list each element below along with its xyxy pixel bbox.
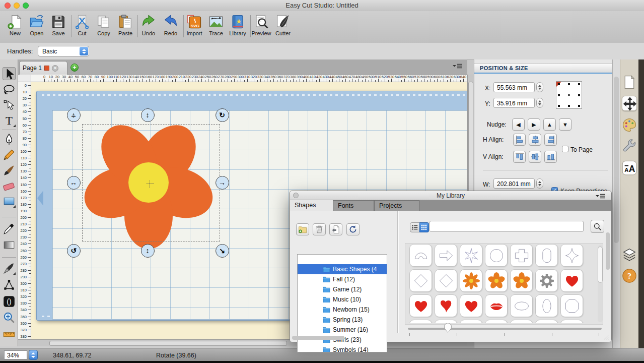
- shape-heart[interactable]: [460, 294, 482, 317]
- cutter-button[interactable]: Cutter: [272, 14, 294, 41]
- tab-projects[interactable]: Projects: [374, 200, 419, 211]
- panel-header[interactable]: POSITION & SIZE: [474, 63, 612, 74]
- polygon-tool[interactable]: [3, 279, 16, 292]
- zoom-level-field[interactable]: 34%: [4, 350, 27, 359]
- folder-item[interactable]: Newborn (15): [298, 305, 387, 315]
- trace-button[interactable]: Trace: [205, 14, 227, 41]
- help-panel-button[interactable]: ?: [622, 268, 637, 283]
- thumbnail-size-slider[interactable]: [408, 328, 602, 330]
- eraser-tool[interactable]: [3, 179, 16, 193]
- w-stepper[interactable]: [536, 178, 543, 189]
- shape-blank[interactable]: [485, 320, 508, 323]
- folder-item[interactable]: Basic Shapes (4: [298, 264, 387, 274]
- open-button[interactable]: Open: [26, 14, 48, 41]
- shape-star4[interactable]: [560, 244, 583, 267]
- shape-blank[interactable]: [560, 320, 583, 323]
- shape-diamond[interactable]: [409, 269, 432, 292]
- move-panel-button[interactable]: [622, 96, 637, 111]
- resize-grip-icon[interactable]: [604, 334, 609, 340]
- arrow-right-handle[interactable]: →: [216, 176, 229, 190]
- shape-circle[interactable]: [485, 244, 508, 267]
- pen-tool[interactable]: [3, 133, 16, 146]
- shape-blank[interactable]: [535, 320, 558, 323]
- x-field[interactable]: 55.563 mm: [493, 82, 535, 92]
- nudge-left-button[interactable]: ◀: [512, 118, 525, 131]
- align-bottom-button[interactable]: [544, 151, 557, 163]
- shape-blank[interactable]: [460, 320, 482, 323]
- save-button[interactable]: Save: [47, 14, 69, 41]
- shape-blank[interactable]: [510, 320, 533, 323]
- folder-list-hscrollbar[interactable]: [292, 336, 344, 340]
- trash-button[interactable]: [313, 223, 326, 235]
- pencil-tool[interactable]: [3, 148, 16, 161]
- library-search-input[interactable]: [430, 221, 584, 232]
- align-top-button[interactable]: [513, 151, 526, 163]
- shape-heart[interactable]: [409, 294, 432, 317]
- library-button[interactable]: ★Library: [227, 14, 249, 41]
- shape-blank[interactable]: [409, 320, 432, 323]
- tab-fonts[interactable]: Fonts: [333, 200, 374, 211]
- add-page-button[interactable]: +: [70, 64, 79, 72]
- paste-button[interactable]: Paste: [114, 14, 136, 41]
- folder-item[interactable]: Game (12): [298, 284, 387, 294]
- copy-button[interactable]: Copy: [93, 14, 115, 41]
- list-view-button[interactable]: [410, 222, 419, 232]
- refresh-button[interactable]: [346, 223, 360, 235]
- new-button[interactable]: New: [4, 14, 26, 41]
- import-button[interactable]: SVGImport: [183, 14, 205, 41]
- x-stepper[interactable]: [536, 82, 543, 92]
- node-select-tool[interactable]: [3, 99, 16, 112]
- folder-list-scrollbar[interactable]: [606, 232, 610, 270]
- align-middle-button[interactable]: [529, 151, 541, 163]
- brush-tool[interactable]: [3, 164, 16, 177]
- shape-arrow-right[interactable]: [435, 244, 457, 267]
- library-title-bar[interactable]: My Library: [290, 191, 611, 200]
- zoom-tool[interactable]: [3, 311, 16, 324]
- y-field[interactable]: 35.916 mm: [493, 98, 535, 108]
- folder-item[interactable]: Fall (12): [298, 274, 387, 284]
- shape-flower5[interactable]: [485, 269, 508, 292]
- cut-button[interactable]: Cut: [71, 14, 93, 41]
- resize-v-handle[interactable]: ↕: [141, 108, 155, 122]
- align-right-button[interactable]: [544, 134, 557, 146]
- folder-item[interactable]: Spring (13): [298, 315, 387, 325]
- shape-heart-curl[interactable]: [435, 294, 457, 317]
- slider-thumb[interactable]: [444, 323, 452, 333]
- search-button[interactable]: [591, 220, 604, 233]
- text-tool[interactable]: T: [3, 114, 16, 127]
- lasso-tool[interactable]: [3, 84, 16, 97]
- shape-octagon[interactable]: [560, 294, 583, 317]
- rotate-ccw-handle[interactable]: ↺: [67, 244, 81, 258]
- to-page-checkbox[interactable]: [562, 146, 568, 152]
- shape-flower8[interactable]: [460, 269, 482, 292]
- move-handle[interactable]: ↔↕: [67, 108, 81, 122]
- shape-heart[interactable]: [560, 269, 583, 292]
- zoom-stepper[interactable]: [29, 350, 38, 360]
- eyedropper-tool[interactable]: [3, 222, 16, 235]
- panel-scrollbar[interactable]: [612, 59, 620, 348]
- fonts-panel-button[interactable]: AA: [622, 160, 637, 175]
- tab-page-1[interactable]: Page 1 ×: [19, 61, 67, 75]
- shape-ellipse-h[interactable]: [510, 294, 533, 317]
- align-center-button[interactable]: [529, 134, 541, 146]
- shape-gear[interactable]: [535, 269, 558, 292]
- undo-button[interactable]: Undo: [137, 14, 160, 41]
- gradient-tool[interactable]: [3, 238, 16, 252]
- export-button[interactable]: [329, 223, 342, 235]
- resize-v-handle[interactable]: ↕: [141, 244, 155, 258]
- settings-panel-button[interactable]: [622, 139, 637, 154]
- close-page-icon[interactable]: ×: [52, 65, 58, 72]
- y-stepper[interactable]: [536, 98, 543, 108]
- nudge-right-button[interactable]: ▶: [528, 118, 540, 131]
- resize-h-handle[interactable]: ↔: [67, 176, 81, 190]
- knife-tool[interactable]: [3, 262, 16, 275]
- measure-tool[interactable]: [3, 328, 16, 341]
- canvas-vscroll-thumb[interactable]: [468, 82, 473, 203]
- shape-grid-scrollbar[interactable]: [598, 245, 603, 322]
- nudge-up-button[interactable]: ▲: [543, 118, 556, 131]
- shape-burst[interactable]: [460, 244, 482, 267]
- document-panel-button[interactable]: [622, 75, 637, 90]
- library-menu-icon[interactable]: [595, 193, 606, 201]
- rotate-cw-handle[interactable]: ↻: [216, 108, 229, 122]
- offset-tool[interactable]: (): [3, 295, 16, 308]
